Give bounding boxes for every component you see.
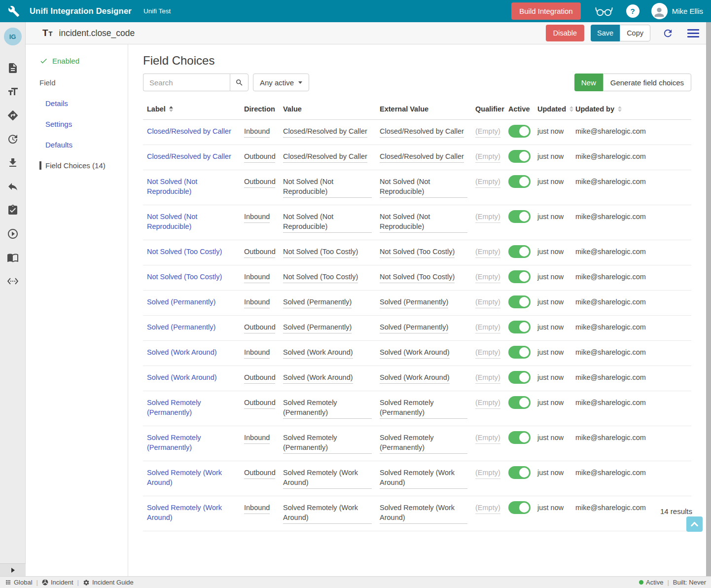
- sidebar-link[interactable]: Settings: [45, 120, 128, 128]
- direction-value[interactable]: Inbound: [244, 126, 270, 138]
- active-toggle[interactable]: [508, 245, 531, 258]
- qualifier-field[interactable]: (Empty): [475, 503, 500, 514]
- direction-value[interactable]: Outbound: [244, 322, 275, 333]
- label-link[interactable]: Closed/Resolved by Caller: [143, 145, 244, 170]
- label-link[interactable]: Not Solved (Too Costly): [143, 265, 244, 290]
- label-link[interactable]: Solved Remotely (Work Around): [143, 496, 244, 531]
- document-icon[interactable]: [7, 62, 19, 74]
- qualifier-field[interactable]: (Empty): [475, 247, 500, 258]
- code-icon[interactable]: [7, 275, 19, 287]
- value-field[interactable]: Solved Remotely (Work Around): [283, 468, 372, 489]
- label-link[interactable]: Not Solved (Not Reproducible): [143, 205, 244, 240]
- preview-glasses-icon[interactable]: [595, 6, 613, 17]
- external-value-field[interactable]: Solved Remotely (Permanently): [380, 398, 467, 419]
- column-header-external-value[interactable]: External Value: [380, 101, 475, 119]
- vertical-scrollbar[interactable]: [706, 22, 711, 576]
- value-field[interactable]: Not Solved (Too Costly): [283, 272, 358, 283]
- direction-value[interactable]: Outbound: [244, 151, 275, 163]
- integration-avatar[interactable]: IG: [4, 28, 22, 45]
- direction-value[interactable]: Outbound: [244, 468, 275, 479]
- value-field[interactable]: Not Solved (Too Costly): [283, 247, 358, 258]
- disable-button[interactable]: Disable: [546, 25, 584, 41]
- qualifier-field[interactable]: (Empty): [475, 272, 500, 283]
- external-value-field[interactable]: Not Solved (Not Reproducible): [380, 177, 467, 198]
- active-toggle[interactable]: [508, 466, 531, 479]
- qualifier-field[interactable]: (Empty): [475, 177, 500, 188]
- column-header-label[interactable]: Label: [143, 101, 244, 119]
- direction-value[interactable]: Inbound: [244, 503, 270, 514]
- column-header-value[interactable]: Value: [283, 101, 380, 119]
- active-toggle[interactable]: [508, 501, 531, 514]
- active-toggle[interactable]: [508, 175, 531, 188]
- refresh-icon[interactable]: [662, 28, 674, 39]
- external-value-field[interactable]: Not Solved (Too Costly): [380, 272, 455, 283]
- external-value-field[interactable]: Solved Remotely (Permanently): [380, 433, 467, 454]
- qualifier-field[interactable]: (Empty): [475, 212, 500, 223]
- direction-value[interactable]: Inbound: [244, 433, 270, 444]
- statusbar-global[interactable]: Global: [5, 579, 33, 586]
- qualifier-field[interactable]: (Empty): [475, 347, 500, 359]
- active-toggle[interactable]: [508, 431, 531, 444]
- book-icon[interactable]: [7, 252, 19, 263]
- column-header-updated[interactable]: Updated: [537, 101, 575, 119]
- value-field[interactable]: Solved (Permanently): [283, 297, 352, 308]
- enabled-status[interactable]: Enabled: [39, 57, 128, 65]
- value-field[interactable]: Solved (Work Around): [283, 372, 353, 384]
- external-value-field[interactable]: Not Solved (Too Costly): [380, 247, 455, 258]
- text-format-icon[interactable]: [7, 86, 19, 98]
- label-link[interactable]: Solved Remotely (Permanently): [143, 391, 244, 426]
- save-button[interactable]: Save: [591, 25, 620, 41]
- direction-value[interactable]: Outbound: [244, 372, 275, 384]
- active-toggle[interactable]: [508, 150, 531, 163]
- column-header-updated-by[interactable]: Updated by: [575, 101, 691, 119]
- label-link[interactable]: Solved Remotely (Permanently): [143, 426, 244, 461]
- external-value-field[interactable]: Closed/Resolved by Caller: [380, 126, 464, 138]
- qualifier-field[interactable]: (Empty): [475, 126, 500, 138]
- label-link[interactable]: Not Solved (Not Reproducible): [143, 170, 244, 205]
- scroll-to-top-button[interactable]: [686, 516, 703, 532]
- clipboard-check-icon[interactable]: [7, 204, 19, 216]
- directions-icon[interactable]: [7, 110, 19, 121]
- sidebar-link[interactable]: Defaults: [45, 141, 128, 149]
- direction-value[interactable]: Outbound: [244, 398, 275, 409]
- qualifier-field[interactable]: (Empty): [475, 468, 500, 479]
- active-filter-dropdown[interactable]: Any active: [253, 74, 309, 91]
- value-field[interactable]: Closed/Resolved by Caller: [283, 126, 367, 138]
- active-toggle[interactable]: [508, 270, 531, 283]
- sidebar-item-field-choices[interactable]: Field Choices (14): [39, 161, 128, 170]
- direction-value[interactable]: Outbound: [244, 177, 275, 188]
- active-toggle[interactable]: [508, 125, 531, 138]
- value-field[interactable]: Solved Remotely (Permanently): [283, 398, 372, 419]
- menu-icon[interactable]: [687, 29, 699, 37]
- play-circle-icon[interactable]: [7, 228, 19, 240]
- value-field[interactable]: Not Solved (Not Reproducible): [283, 177, 372, 198]
- copy-button[interactable]: Copy: [620, 25, 650, 41]
- new-button[interactable]: New: [574, 74, 603, 91]
- history-icon[interactable]: [7, 133, 19, 145]
- reply-icon[interactable]: [7, 181, 19, 192]
- label-link[interactable]: Closed/Resolved by Caller: [143, 120, 244, 145]
- external-value-field[interactable]: Solved (Work Around): [380, 347, 450, 359]
- qualifier-field[interactable]: (Empty): [475, 433, 500, 444]
- qualifier-field[interactable]: (Empty): [475, 372, 500, 384]
- active-toggle[interactable]: [508, 210, 531, 223]
- external-value-field[interactable]: Solved Remotely (Work Around): [380, 503, 467, 524]
- external-value-field[interactable]: Solved (Permanently): [380, 297, 448, 308]
- external-value-field[interactable]: Solved Remotely (Work Around): [380, 468, 467, 489]
- label-link[interactable]: Solved (Work Around): [143, 366, 244, 391]
- collapse-sidebar-button[interactable]: [0, 563, 26, 576]
- active-toggle[interactable]: [508, 371, 531, 384]
- value-field[interactable]: Solved Remotely (Permanently): [283, 433, 372, 454]
- column-header-direction[interactable]: Direction: [244, 101, 283, 119]
- external-value-field[interactable]: Closed/Resolved by Caller: [380, 151, 464, 163]
- label-link[interactable]: Not Solved (Too Costly): [143, 240, 244, 265]
- active-toggle[interactable]: [508, 396, 531, 409]
- external-value-field[interactable]: Solved (Permanently): [380, 322, 448, 333]
- label-link[interactable]: Solved (Work Around): [143, 341, 244, 366]
- column-header-active[interactable]: Active: [508, 101, 537, 119]
- user-avatar[interactable]: [651, 3, 668, 19]
- search-button[interactable]: [230, 74, 249, 91]
- qualifier-field[interactable]: (Empty): [475, 398, 500, 409]
- active-toggle[interactable]: [508, 321, 531, 333]
- external-value-field[interactable]: Not Solved (Not Reproducible): [380, 212, 467, 233]
